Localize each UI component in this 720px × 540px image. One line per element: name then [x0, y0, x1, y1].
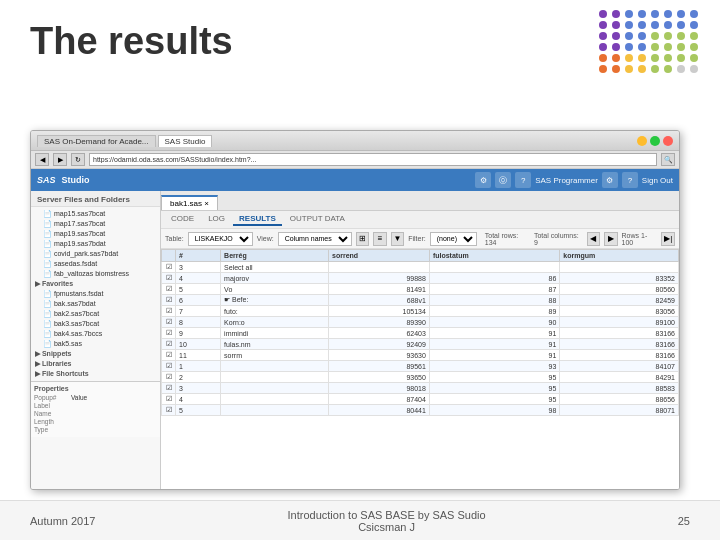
slide-footer: Autumn 2017 Introduction to SAS BASE by … — [0, 500, 720, 540]
table-cell: 93650 — [329, 372, 430, 383]
table-row[interactable]: ☑7futo:1051348983056 — [162, 306, 679, 317]
close-btn[interactable] — [663, 136, 673, 146]
settings-icon[interactable]: ⚙ — [602, 172, 618, 188]
decorative-dot — [612, 43, 620, 51]
search-btn[interactable]: 🔍 — [661, 153, 675, 166]
table-cell: 9 — [176, 328, 221, 339]
tree-item[interactable]: ▶ Libraries — [33, 359, 158, 369]
decorative-dot — [599, 65, 607, 73]
filter-select[interactable]: (none) — [430, 232, 477, 246]
tree-item[interactable]: 📄 bak4.sas.7bccs — [33, 329, 158, 339]
table-row[interactable]: ☑6☛ Befe:688v18882459 — [162, 295, 679, 306]
table-row[interactable]: ☑8Korn:o893909089100 — [162, 317, 679, 328]
address-input[interactable] — [89, 153, 657, 166]
col-btn-2[interactable]: ≡ — [373, 232, 387, 246]
data-table-container[interactable]: #Berrégsorrendfulostatumkormgum☑3Select … — [161, 249, 679, 489]
tree-item[interactable]: 📄 sasedas.fsdat — [33, 259, 158, 269]
tree-item[interactable]: 📄 covid_park.sas7bdat — [33, 249, 158, 259]
decorative-dot — [690, 54, 698, 62]
table-row[interactable]: ☑3980189588583 — [162, 383, 679, 394]
tree-item[interactable]: 📄 bak5.sas — [33, 339, 158, 349]
refresh-btn[interactable]: ↻ — [71, 153, 85, 166]
tree-item[interactable]: 📄 bak2.sas7bcat — [33, 309, 158, 319]
table-row[interactable]: ☑11sorrm936309183166 — [162, 350, 679, 361]
tree-item[interactable]: ▶ Snippets — [33, 349, 158, 359]
sub-tab-code[interactable]: CODE — [165, 213, 200, 226]
table-cell: ☑ — [162, 328, 176, 339]
table-cell: 89 — [429, 306, 559, 317]
table-cell: 83166 — [560, 339, 679, 350]
next-btn[interactable]: ▶ — [604, 232, 618, 246]
content-tabs[interactable]: bak1.sas × — [161, 191, 679, 211]
table-select[interactable]: LISKAEKJO — [188, 232, 253, 246]
col-btn-3[interactable]: ▼ — [391, 232, 405, 246]
table-row[interactable]: ☑5804419888071 — [162, 405, 679, 416]
table-cell: 95 — [429, 383, 559, 394]
decorative-dot — [677, 43, 685, 51]
table-header-0[interactable] — [162, 250, 176, 262]
props-fields: Popup#ValueLabelNameLengthType — [34, 394, 157, 433]
browser-tab-2[interactable]: SAS Studio — [158, 135, 213, 147]
decorative-dot — [664, 10, 672, 18]
total-rows-info: Total rows: 134 — [485, 232, 530, 246]
sub-tab-output data[interactable]: OUTPUT DATA — [284, 213, 351, 226]
address-bar: ◀ ▶ ↻ 🔍 — [31, 151, 679, 169]
table-header-4[interactable]: fulostatum — [429, 250, 559, 262]
tree-item[interactable]: 📄 map19.sas7bdat — [33, 239, 158, 249]
back-btn[interactable]: ◀ — [35, 153, 49, 166]
table-row[interactable]: ☑10fulas.nm924099183166 — [162, 339, 679, 350]
maximize-btn[interactable] — [650, 136, 660, 146]
table-cell: 4 — [176, 394, 221, 405]
toolbar-icon-2[interactable]: ⓪ — [495, 172, 511, 188]
sub-tab-log[interactable]: LOG — [202, 213, 231, 226]
table-row[interactable]: ☑4874049588656 — [162, 394, 679, 405]
table-header-3[interactable]: sorrend — [329, 250, 430, 262]
table-header-5[interactable]: kormgum — [560, 250, 679, 262]
table-row[interactable]: ☑5Vo814918780560 — [162, 284, 679, 295]
toolbar-icon-1[interactable]: ⚙ — [475, 172, 491, 188]
table-cell: 10 — [176, 339, 221, 350]
table-row[interactable]: ☑3Select all — [162, 262, 679, 273]
content-tab-bak1[interactable]: bak1.sas × — [161, 195, 218, 210]
table-cell: 86 — [429, 273, 559, 284]
table-row[interactable]: ☑4majorov998888683352 — [162, 273, 679, 284]
table-header-2[interactable]: Berrég — [221, 250, 329, 262]
decorative-dot — [599, 43, 607, 51]
tree-item[interactable]: 📄 map19.sas7bcat — [33, 229, 158, 239]
footer-right: 25 — [678, 515, 690, 527]
view-select[interactable]: Column names — [278, 232, 352, 246]
sub-tab-results[interactable]: RESULTS — [233, 213, 282, 226]
browser-tabs[interactable]: SAS On-Demand for Acade... SAS Studio — [37, 135, 212, 147]
decorative-dot — [690, 32, 698, 40]
help-icon[interactable]: ? — [622, 172, 638, 188]
toolbar-icon-3[interactable]: ? — [515, 172, 531, 188]
tree-item[interactable]: 📄 fpmustans.fsdat — [33, 289, 158, 299]
tree-item[interactable]: 📄 map15.sas7bcat — [33, 209, 158, 219]
signout-label[interactable]: Sign Out — [642, 176, 673, 185]
tree-item[interactable]: ▶ File Shortcuts — [33, 369, 158, 379]
table-cell: 87 — [429, 284, 559, 295]
tree-item[interactable]: 📄 bak.sas7bdat — [33, 299, 158, 309]
window-controls — [637, 136, 673, 146]
prev-btn[interactable]: ◀ — [587, 232, 601, 246]
sub-tabs[interactable]: CODELOGRESULTSOUTPUT DATA — [161, 211, 679, 229]
tree-item[interactable]: 📄 bak3.sas7bcat — [33, 319, 158, 329]
table-row[interactable]: ☑1895619384107 — [162, 361, 679, 372]
decorative-dot — [599, 10, 607, 18]
tree-item[interactable]: 📄 map17.sas7bcat — [33, 219, 158, 229]
forward-btn[interactable]: ▶ — [53, 153, 67, 166]
table-cell: 62403 — [329, 328, 430, 339]
last-btn[interactable]: ▶| — [661, 232, 675, 246]
browser-tab-1[interactable]: SAS On-Demand for Acade... — [37, 135, 156, 147]
minimize-btn[interactable] — [637, 136, 647, 146]
table-row[interactable]: ☑9immindi624039183166 — [162, 328, 679, 339]
tree-item[interactable]: ▶ Favorites — [33, 279, 158, 289]
table-cell: 2 — [176, 372, 221, 383]
table-cell: 3 — [176, 262, 221, 273]
tree-item[interactable]: 📄 fab_valtozas biomstress — [33, 269, 158, 279]
decorative-dot — [677, 21, 685, 29]
table-header-1[interactable]: # — [176, 250, 221, 262]
table-cell: 688v1 — [329, 295, 430, 306]
table-row[interactable]: ☑2936509584291 — [162, 372, 679, 383]
col-btn-1[interactable]: ⊞ — [356, 232, 370, 246]
